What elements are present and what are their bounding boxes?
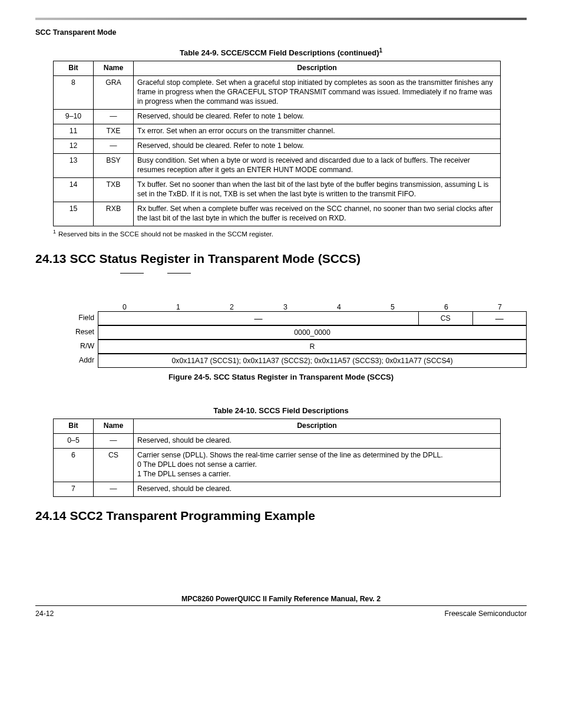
running-header: SCC Transparent Mode (35, 28, 527, 37)
page-number: 24-12 (35, 610, 54, 618)
footer-rule (35, 605, 527, 606)
field-cs: CS (419, 312, 473, 325)
cell-bit: 6 (54, 448, 94, 482)
field-dash: — (98, 312, 419, 325)
footer-manual-title: MPC8260 PowerQUICC II Family Reference M… (35, 595, 527, 603)
table-24-9-caption-text: Table 24-9. SCCE/SCCM Field Descriptions… (180, 48, 379, 57)
cell-name: BSY (94, 154, 134, 178)
tick-2 (167, 273, 191, 274)
cell-desc: Tx error. Set when an error occurs on th… (134, 124, 501, 139)
cell-desc: Tx buffer. Set no sooner than when the l… (134, 178, 501, 202)
bit-label: 6 (419, 303, 473, 311)
cell-bit: 8 (54, 76, 94, 110)
rw-value: R (98, 340, 527, 353)
label-field: Field (35, 311, 98, 325)
cell-bit: 12 (54, 139, 94, 154)
table-24-9-caption-sup: 1 (379, 47, 382, 54)
col-bit: Bit (54, 61, 94, 76)
label-addr: Addr (35, 354, 98, 368)
table-row: 11TXETx error. Set when an error occurs … (54, 124, 501, 139)
addr-value: 0x0x11A17 (SCCS1); 0x0x11A37 (SCCS2); 0x… (98, 354, 527, 367)
footer-company: Freescale Semiconductor (445, 610, 527, 618)
table-row: 13BSYBusy condition. Set when a byte or … (54, 154, 501, 178)
cell-bit: 13 (54, 154, 94, 178)
heading-24-14: 24.14 SCC2 Transparent Programming Examp… (35, 509, 527, 523)
cell-bit: 7 (54, 482, 94, 496)
reg-reset-row: Reset 0000_0000 (35, 325, 527, 340)
top-rule (35, 18, 527, 20)
cell-desc: Graceful stop complete. Set when a grace… (134, 76, 501, 110)
bit-label: 5 (366, 303, 419, 311)
cell-bit: 9–10 (54, 110, 94, 124)
cell-desc: Rx buffer. Set when a complete buffer wa… (134, 202, 501, 226)
table-row: 7—Reserved, should be cleared. (54, 482, 501, 496)
bit-label-row: 01234567 (35, 303, 527, 311)
table-24-9-footnote: 1Reserved bits in the SCCE should not be… (53, 229, 501, 238)
table-row: 6CSCarrier sense (DPLL). Shows the real-… (54, 448, 501, 482)
col-desc: Description (134, 61, 501, 76)
cell-name: — (94, 139, 134, 154)
cell-name: RXB (94, 202, 134, 226)
reset-value: 0000_0000 (98, 326, 527, 339)
table-24-10: Bit Name Description 0–5—Reserved, shoul… (53, 419, 501, 497)
label-rw: R/W (35, 340, 98, 354)
col-name: Name (94, 61, 134, 76)
footnote-sup: 1 (53, 229, 56, 235)
cell-desc: Carrier sense (DPLL). Shows the real-tim… (134, 448, 501, 482)
cell-name: — (94, 482, 134, 496)
bit-label: 2 (205, 303, 259, 311)
page-footer: 24-12 Freescale Semiconductor (35, 610, 527, 618)
cell-desc: Reserved, should be cleared. Refer to no… (134, 110, 501, 124)
bit-label: 0 (98, 303, 151, 311)
table-row: Bit Name Description (54, 61, 501, 76)
page: SCC Transparent Mode Table 24-9. SCCE/SC… (0, 0, 562, 728)
table-row: 15RXBRx buffer. Set when a complete buff… (54, 202, 501, 226)
footnote-text: Reserved bits in the SCCE should not be … (58, 230, 273, 238)
col-bit: Bit (54, 419, 94, 433)
cell-bit: 14 (54, 178, 94, 202)
tick-marks (94, 273, 527, 274)
tick-1 (120, 273, 144, 274)
table-row: 0–5—Reserved, should be cleared. (54, 433, 501, 448)
table-24-9-caption: Table 24-9. SCCE/SCCM Field Descriptions… (35, 47, 527, 57)
cell-bit: 0–5 (54, 433, 94, 448)
cell-name: GRA (94, 76, 134, 110)
bit-label: 4 (312, 303, 366, 311)
table-24-10-caption: Table 24-10. SCCS Field Descriptions (35, 406, 527, 415)
figure-24-5-caption: Figure 24-5. SCC Status Register in Tran… (35, 373, 527, 381)
bit-label: 1 (151, 303, 205, 311)
table-row: 8GRAGraceful stop complete. Set when a g… (54, 76, 501, 110)
register-figure: 01234567 Field — CS — Reset 0000_0000 R/… (35, 303, 527, 368)
table-row: Bit Name Description (54, 419, 501, 433)
cell-name: CS (94, 448, 134, 482)
reg-rw-row: R/W R (35, 340, 527, 354)
cell-name: — (94, 110, 134, 124)
table-row: 9–10—Reserved, should be cleared. Refer … (54, 110, 501, 124)
cell-desc: Reserved, should be cleared. (134, 482, 501, 496)
bit-label: 3 (259, 303, 312, 311)
bit-label: 7 (473, 303, 527, 311)
col-name: Name (94, 419, 134, 433)
reg-addr-row: Addr 0x0x11A17 (SCCS1); 0x0x11A37 (SCCS2… (35, 354, 527, 368)
cell-bit: 11 (54, 124, 94, 139)
col-desc: Description (134, 419, 501, 433)
reg-field-row: Field — CS — (35, 311, 527, 325)
field-dash2: — (473, 312, 527, 325)
label-reset: Reset (35, 325, 98, 340)
cell-name: TXE (94, 124, 134, 139)
cell-bit: 15 (54, 202, 94, 226)
cell-name: TXB (94, 178, 134, 202)
table-row: 12—Reserved, should be cleared. Refer to… (54, 139, 501, 154)
cell-desc: Reserved, should be cleared. Refer to no… (134, 139, 501, 154)
cell-desc: Busy condition. Set when a byte or word … (134, 154, 501, 178)
cell-desc: Reserved, should be cleared. (134, 433, 501, 448)
table-row: 14TXBTx buffer. Set no sooner than when … (54, 178, 501, 202)
cell-name: — (94, 433, 134, 448)
table-24-9: Bit Name Description 8GRAGraceful stop c… (53, 61, 501, 226)
heading-24-13: 24.13 SCC Status Register in Transparent… (35, 252, 527, 266)
